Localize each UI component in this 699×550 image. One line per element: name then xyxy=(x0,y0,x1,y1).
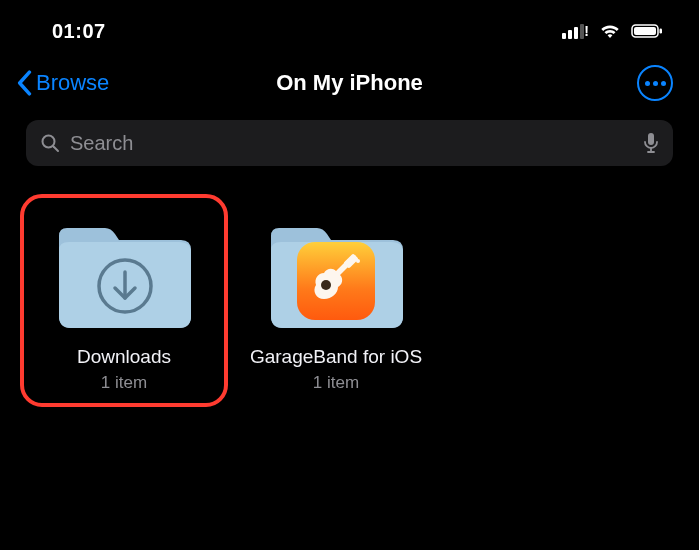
folder-grid: Downloads 1 item Gar xyxy=(0,166,699,393)
wifi-icon xyxy=(599,23,621,39)
svg-point-8 xyxy=(352,255,356,259)
folder-garageband[interactable]: GarageBand for iOS 1 item xyxy=(246,216,426,393)
search-bar[interactable] xyxy=(26,120,673,166)
status-bar: 01:07 ! xyxy=(0,0,699,56)
svg-point-6 xyxy=(321,280,331,290)
more-options-button[interactable] xyxy=(637,65,673,101)
microphone-icon[interactable] xyxy=(643,132,659,154)
folder-label: Downloads xyxy=(77,346,171,369)
chevron-left-icon xyxy=(16,70,32,96)
battery-icon xyxy=(631,24,663,38)
page-title: On My iPhone xyxy=(276,70,423,96)
ellipsis-icon xyxy=(645,81,666,86)
back-button[interactable]: Browse xyxy=(16,70,109,96)
svg-rect-4 xyxy=(648,133,654,145)
svg-rect-1 xyxy=(634,27,656,35)
status-icons: ! xyxy=(562,23,663,39)
folder-downloads[interactable]: Downloads 1 item xyxy=(34,216,214,393)
garageband-app-icon xyxy=(297,242,375,320)
svg-point-3 xyxy=(43,136,55,148)
svg-point-9 xyxy=(356,259,360,263)
folder-subtitle: 1 item xyxy=(313,373,359,393)
folder-subtitle: 1 item xyxy=(101,373,147,393)
search-input[interactable] xyxy=(70,132,633,155)
folder-icon xyxy=(261,216,411,336)
folder-label: GarageBand for iOS xyxy=(250,346,422,369)
back-label: Browse xyxy=(36,70,109,96)
search-icon xyxy=(40,133,60,153)
status-time: 01:07 xyxy=(52,20,106,43)
cellular-signal-icon: ! xyxy=(562,23,589,39)
navigation-bar: Browse On My iPhone xyxy=(0,56,699,114)
svg-rect-2 xyxy=(660,29,663,34)
folder-icon xyxy=(49,216,199,336)
